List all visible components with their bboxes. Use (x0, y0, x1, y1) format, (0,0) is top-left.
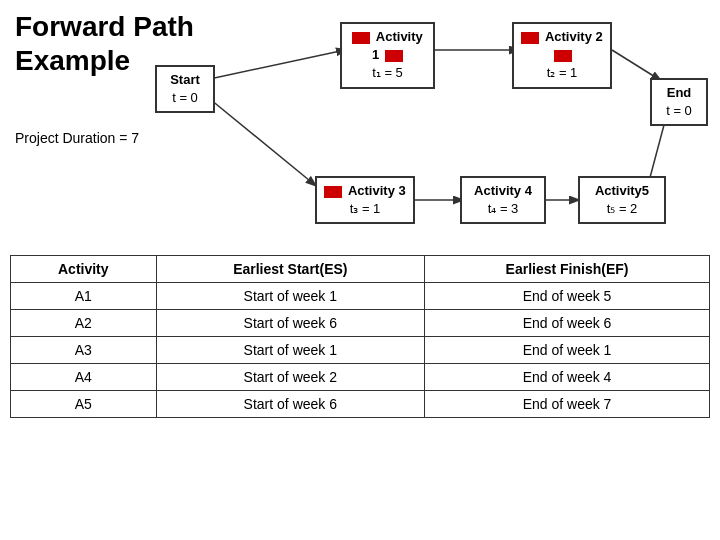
activity5-node: Activity5 t₅ = 2 (578, 176, 666, 224)
red-bar-left-a3 (324, 186, 342, 198)
table-row: A1Start of week 1End of week 5 (11, 283, 710, 310)
table-cell-es: Start of week 2 (156, 364, 424, 391)
table-cell-es: Start of week 6 (156, 391, 424, 418)
table-cell-ef: End of week 7 (425, 391, 710, 418)
red-bar-left-a2 (521, 32, 539, 44)
table-cell-ef: End of week 1 (425, 337, 710, 364)
red-bar-left-a1 (352, 32, 370, 44)
table-cell-es: Start of week 6 (156, 310, 424, 337)
start-node: Start t = 0 (155, 65, 215, 113)
activity3-node: Activity 3 t₃ = 1 (315, 176, 415, 224)
table-row: A3Start of week 1End of week 1 (11, 337, 710, 364)
svg-line-0 (205, 50, 345, 80)
table-cell-activity: A2 (11, 310, 157, 337)
svg-line-3 (612, 50, 660, 80)
table-cell-ef: End of week 6 (425, 310, 710, 337)
activity2-node: Activity 2 t₂ = 1 (512, 22, 612, 89)
end-node: End t = 0 (650, 78, 708, 126)
table-cell-activity: A3 (11, 337, 157, 364)
table-cell-activity: A4 (11, 364, 157, 391)
col-header-ef: Earliest Finish(EF) (425, 256, 710, 283)
activity4-node: Activity 4 t₄ = 3 (460, 176, 546, 224)
table-row: A4Start of week 2End of week 4 (11, 364, 710, 391)
col-header-es: Earliest Start(ES) (156, 256, 424, 283)
svg-line-1 (205, 95, 315, 185)
table-cell-es: Start of week 1 (156, 337, 424, 364)
table-cell-activity: A1 (11, 283, 157, 310)
table-cell-ef: End of week 5 (425, 283, 710, 310)
project-duration-label: Project Duration = 7 (15, 130, 139, 146)
activity-table: Activity Earliest Start(ES) Earliest Fin… (10, 255, 710, 418)
table-row: A2Start of week 6End of week 6 (11, 310, 710, 337)
table-row: A5Start of week 6End of week 7 (11, 391, 710, 418)
table-cell-activity: A5 (11, 391, 157, 418)
table-cell-es: Start of week 1 (156, 283, 424, 310)
col-header-activity: Activity (11, 256, 157, 283)
activity1-node: Activity 1 t₁ = 5 (340, 22, 435, 89)
red-bar-right-a2 (554, 50, 572, 62)
red-bar-right-a1 (385, 50, 403, 62)
table-cell-ef: End of week 4 (425, 364, 710, 391)
